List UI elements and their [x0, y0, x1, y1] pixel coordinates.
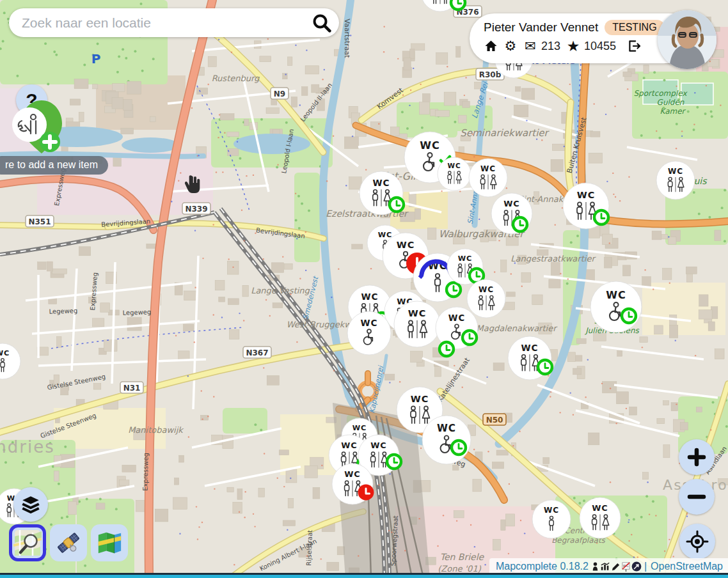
svg-text:WC: WC [544, 506, 559, 515]
svg-text:WC: WC [378, 231, 393, 239]
road-shield: N339 [182, 203, 210, 214]
toilet-marker-dual[interactable]: WC [491, 193, 532, 234]
layers-button[interactable] [13, 487, 48, 522]
map-label: Expressweg [141, 453, 149, 491]
toilet-marker-single[interactable]: WC [532, 500, 571, 538]
community-icon[interactable] [631, 561, 642, 572]
svg-text:WC: WC [480, 164, 496, 173]
svg-text:WC: WC [344, 469, 361, 479]
add-item-tooltip: re to add a new item [0, 156, 108, 175]
road-shield: N9 [271, 88, 289, 99]
map-label: Lange Vesting [251, 286, 310, 295]
svg-text:WC: WC [521, 343, 538, 353]
toilet-marker-wheelchair[interactable]: WC [347, 311, 391, 355]
basemap-osm-carto-button[interactable] [9, 524, 46, 561]
map-label: Legeweg [122, 308, 151, 316]
map-label: Sint-Andries [0, 437, 55, 457]
svg-text:WC: WC [341, 441, 358, 450]
map-label: Manitobawijk [128, 425, 184, 435]
map-label: (Zone '01) [438, 564, 481, 574]
osm-carto-map-icon [13, 529, 42, 557]
search-icon[interactable] [311, 12, 333, 34]
svg-text:N9: N9 [274, 90, 285, 98]
svg-text:N339: N339 [185, 205, 207, 214]
basemap-map-button[interactable] [91, 524, 128, 561]
user-name: Pieter Vander Vennet [484, 20, 598, 35]
bottom-teal-bar [0, 575, 728, 578]
toilet-marker-dual[interactable]: WC [447, 249, 484, 285]
road-shield: N367 [243, 347, 271, 358]
satellite-icon [55, 529, 82, 556]
svg-text:WC: WC [577, 190, 596, 200]
map-label: Magdalenakwartier [477, 324, 558, 333]
attribution-separator: | [644, 561, 647, 572]
search-input[interactable] [20, 15, 311, 31]
map-canvas[interactable]: RustenburgSint-GilliskwartierSeminariekw… [0, 0, 728, 578]
attribution-osm-link[interactable]: OpenStreetMap [651, 561, 723, 572]
folded-map-icon [96, 529, 123, 556]
messages-count: 213 [541, 40, 560, 53]
svg-text:WC: WC [592, 503, 608, 513]
user-avatar[interactable] [658, 10, 716, 69]
map-label: Ten Briele [440, 552, 485, 562]
svg-text:WC: WC [606, 289, 626, 301]
road-shield: N50 [483, 414, 506, 425]
svg-text:WC: WC [397, 240, 415, 250]
stats-icon[interactable] [600, 562, 610, 572]
map-label: P [91, 51, 101, 66]
opening-hours-badge[interactable] [439, 342, 454, 356]
attribution-version[interactable]: Mapcomplete 0.18.2 [496, 561, 589, 572]
svg-text:WC: WC [447, 162, 461, 169]
basemap-satellite-button[interactable] [50, 524, 87, 561]
toilet-marker-dual[interactable]: WC [508, 336, 552, 380]
svg-text:N367: N367 [246, 348, 268, 357]
star-icon[interactable]: ★ [566, 39, 580, 53]
zoom-in-button[interactable] [679, 439, 715, 475]
svg-text:WC: WC [372, 178, 390, 188]
statue-icon[interactable] [591, 561, 599, 572]
road-shield: N31 [120, 382, 143, 393]
pen-icon[interactable] [611, 562, 621, 572]
svg-text:WC: WC [370, 441, 387, 450]
toilet-marker-dual[interactable]: WC [469, 159, 507, 197]
map-label: Langestraatkwartier [510, 254, 596, 263]
svg-text:WC: WC [503, 199, 520, 208]
toilet-marker-wheelchair[interactable]: WC [422, 416, 471, 464]
drag-hand-cursor [180, 172, 200, 194]
svg-text:WC: WC [668, 167, 683, 176]
messages-envelope-icon[interactable]: ✉ [523, 39, 537, 53]
toilet-marker-dual[interactable]: WC [467, 279, 505, 318]
add-new-item-pin[interactable] [9, 99, 73, 163]
map-label: Kamer [660, 107, 686, 116]
search-bar[interactable] [9, 8, 339, 37]
geolocate-button[interactable] [679, 524, 715, 559]
toilet-marker-dual[interactable]: WC [394, 301, 440, 347]
toilet-marker-wheelchair[interactable]: WC [590, 281, 642, 332]
settings-gear-icon[interactable]: ⚙ [503, 39, 518, 53]
svg-text:WC: WC [448, 313, 465, 323]
testing-badge: TESTING [605, 20, 664, 35]
map-label: Legeweg [49, 307, 77, 315]
svg-text:WC: WC [361, 292, 378, 302]
theme-logo-icon[interactable]: WC [621, 561, 631, 572]
toilet-marker-dual[interactable]: WC [360, 171, 404, 215]
map-label: Vaartstraat [343, 19, 351, 58]
map-label: Rijselstraat [305, 530, 313, 566]
road-shield: N351 [26, 215, 54, 227]
map[interactable]: RustenburgSint-GilliskwartierSeminariekw… [0, 0, 728, 578]
toilet-marker-dual[interactable]: WC [438, 157, 471, 191]
map-label: Sportcomplex [633, 89, 688, 98]
svg-text:WC: WC [360, 318, 377, 328]
crosshair-icon [686, 530, 709, 553]
home-icon[interactable] [484, 39, 498, 53]
logout-icon[interactable] [627, 39, 641, 53]
map-label: Seminariekwartier [460, 127, 550, 139]
toilet-marker-dual[interactable]: WC [580, 497, 621, 538]
toilet-marker-dual[interactable]: WC [656, 161, 695, 199]
svg-text:WC: WC [0, 349, 10, 357]
toilet-marker-dual[interactable]: WC [563, 183, 609, 229]
zoom-out-button[interactable] [679, 479, 715, 515]
svg-text:WC: WC [408, 308, 427, 318]
svg-text:R30b: R30b [479, 70, 502, 79]
svg-text:N351: N351 [28, 217, 51, 226]
